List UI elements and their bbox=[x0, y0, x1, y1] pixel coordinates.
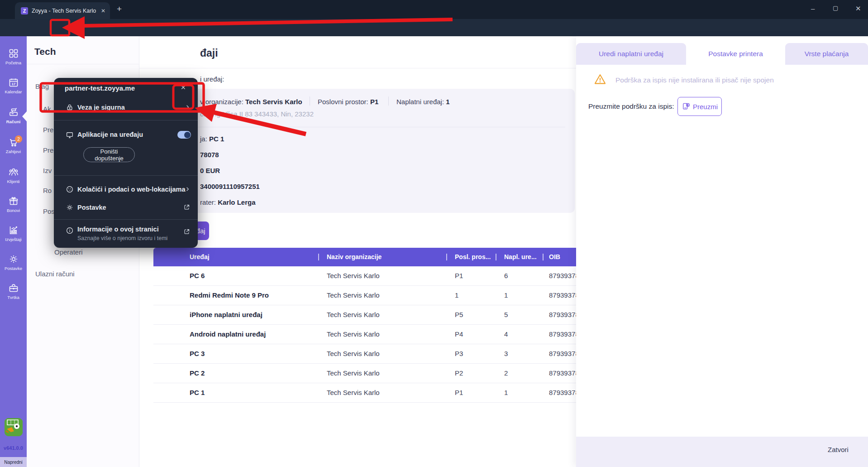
info-icon bbox=[66, 226, 74, 235]
table-row[interactable]: Android naplatni uređajTech Servis Karlo… bbox=[153, 325, 579, 344]
cookie-icon bbox=[66, 185, 74, 193]
download-button-label: Preuzmi bbox=[693, 103, 718, 111]
printer-settings-panel: Uredi naplatni uređaj Postavke printera … bbox=[576, 36, 868, 467]
browser-toolbar: ← → partner-test.zoyya.me/pwran/1752/cas… bbox=[0, 19, 868, 36]
detail-row: 3400091110957251 bbox=[200, 183, 260, 190]
close-panel-button[interactable]: Zatvori bbox=[828, 446, 849, 453]
space-label: Poslovni prostor: bbox=[318, 98, 368, 106]
table-row[interactable]: PC 1Tech Servis KarloP1187939378 bbox=[153, 383, 579, 403]
device-value: 1 bbox=[446, 98, 449, 106]
calendar-icon: 17 bbox=[8, 77, 19, 88]
sidebar-item-izvjestaji[interactable]: Izvještaji bbox=[0, 225, 27, 251]
tab-uredi-naplatni-uredaj[interactable]: Uredi naplatni uređaj bbox=[576, 43, 686, 65]
table-row[interactable]: Redmi Redmi Note 9 ProTech Servis Karlo1… bbox=[153, 286, 579, 305]
sidebar-item-bonovi[interactable]: Bonovi bbox=[0, 196, 27, 222]
popup-domain-title: partner-test.zoyya.me bbox=[65, 84, 135, 92]
sidebar-item-tvrtka[interactable]: Tvrtka bbox=[0, 283, 27, 309]
column-header-napl: Napl. ure... bbox=[504, 253, 537, 260]
nav-item-ulazni-racuni[interactable]: Ulazni računi bbox=[35, 270, 75, 278]
tab-close-icon[interactable]: ✕ bbox=[101, 8, 105, 14]
page-info-subtitle: Saznajte više o njenom izvoru i temi bbox=[77, 235, 167, 241]
connection-secure-row[interactable]: Veza je sigurna bbox=[77, 104, 125, 111]
window-minimize-button[interactable]: – bbox=[811, 5, 815, 12]
app-promo-tile[interactable] bbox=[5, 418, 23, 436]
sidebar-item-label: Izvještaji bbox=[5, 237, 21, 242]
tab-vrste-placanja[interactable]: Vrste plaćanja bbox=[785, 43, 868, 65]
detail-row: rater: Karlo Lerga bbox=[200, 198, 256, 206]
apps-on-device-toggle[interactable] bbox=[177, 131, 191, 139]
status-bubble: Napredni bbox=[0, 457, 27, 467]
site-info-popup: partner-test.zoyya.me ✕ Veza je sigurna … bbox=[54, 78, 198, 248]
table-row[interactable]: PC 6Tech Servis KarloP1687939378 bbox=[153, 266, 579, 286]
sidebar-item-klijenti[interactable]: Klijenti bbox=[0, 167, 27, 193]
sidebar-item-kalendar[interactable]: 17 Kalendar bbox=[0, 77, 27, 103]
nav-item-fragment[interactable]: Blag bbox=[35, 82, 49, 90]
table-row[interactable]: PC 2Tech Servis KarloP2287939378 bbox=[153, 364, 579, 383]
devices-table-header: Uređaj Naziv organizacije Posl. pros... … bbox=[153, 248, 579, 266]
nav-item-fragment[interactable]: Izv bbox=[43, 167, 52, 174]
tab-title: Zoyya - Tech Servis Karlo bbox=[32, 8, 97, 14]
company-title-fragment: Tech bbox=[34, 46, 56, 57]
nav-item-fragment[interactable]: Pre bbox=[43, 146, 53, 154]
sidebar-item-label: Zahtjevi bbox=[6, 149, 21, 154]
external-link-icon bbox=[183, 204, 190, 211]
download-support-button[interactable]: Preuzmi bbox=[677, 97, 722, 116]
nav-item-fragment[interactable]: Ro bbox=[43, 187, 52, 194]
revoke-permission-button[interactable]: Poništi dopuštenje bbox=[83, 147, 135, 162]
table-row[interactable]: PC 3Tech Servis KarloP3387939378 bbox=[153, 344, 579, 364]
tab-strip: Z Zoyya - Tech Servis Karlo ✕ + – ▢ ✕ bbox=[0, 0, 868, 19]
cash-register-icon bbox=[8, 107, 19, 118]
sidebar-item-zahtjevi[interactable]: Zahtjevi bbox=[0, 137, 27, 163]
space-value: P1 bbox=[370, 98, 378, 106]
svg-text:17: 17 bbox=[11, 82, 15, 86]
chevron-right-icon[interactable] bbox=[184, 186, 191, 193]
nav-item-fragment[interactable]: Pre bbox=[43, 126, 53, 134]
chevron-right-icon[interactable] bbox=[184, 104, 191, 111]
sidebar-item-label: Postavke bbox=[5, 266, 22, 271]
page-info-row[interactable]: Informacije o ovoj stranici bbox=[77, 226, 159, 233]
sidebar-item-label: Klijenti bbox=[7, 179, 20, 184]
app-sidebar: Početna 17 Kalendar Računi Zahtjevi Klij… bbox=[0, 36, 27, 467]
address-fragment: ca Lrig Ulica II 83 343433, Nin, 23232 bbox=[200, 110, 314, 118]
sidebar-item-label: Kalendar bbox=[5, 89, 22, 94]
apps-on-device-row[interactable]: Aplikacije na uređaju bbox=[77, 131, 143, 138]
zahtjevi-count-badge: 2 bbox=[15, 135, 22, 143]
download-support-label: Preuzmite podršku za ispis: bbox=[588, 102, 674, 111]
sidebar-item-pocetna[interactable]: Početna bbox=[0, 48, 27, 74]
printer-warning-text: Podrška za ispis nije instalirana ili pi… bbox=[615, 76, 774, 84]
report-chart-icon bbox=[8, 225, 19, 236]
window-maximize-button[interactable]: ▢ bbox=[833, 5, 838, 11]
lock-icon bbox=[66, 103, 74, 111]
favicon-zoyya-icon: Z bbox=[21, 7, 28, 14]
selected-device-label-fragment: i uređaj: bbox=[200, 75, 224, 83]
briefcase-icon bbox=[8, 283, 19, 294]
window-close-button[interactable]: ✕ bbox=[855, 5, 861, 13]
page-heading-fragment: đaji bbox=[200, 47, 218, 59]
settings-row[interactable]: Postavke bbox=[77, 204, 106, 211]
nav-item-operateri[interactable]: Operateri bbox=[54, 248, 83, 256]
panel-footer: Zatvori bbox=[576, 437, 868, 467]
gear-icon bbox=[8, 254, 19, 265]
detail-row: 0 EUR bbox=[200, 167, 220, 174]
active-item-notch bbox=[22, 111, 27, 121]
app-version: v641.0.0 bbox=[0, 445, 27, 451]
org-label-fragment: v organizacije: bbox=[200, 98, 243, 106]
business-space-row: Poslovni prostor: P1 bbox=[318, 98, 378, 106]
device-label: Naplatni uređaj: bbox=[396, 98, 444, 106]
browser-tab[interactable]: Z Zoyya - Tech Servis Karlo ✕ bbox=[15, 2, 110, 19]
warning-triangle-icon bbox=[594, 73, 606, 86]
clients-people-icon bbox=[8, 167, 19, 178]
sidebar-item-postavke[interactable]: Postavke bbox=[0, 254, 27, 280]
tab-postavke-printera[interactable]: Postavke printera bbox=[686, 43, 785, 65]
column-header-posl: Posl. pros... bbox=[455, 253, 491, 260]
soccer-game-icon bbox=[5, 418, 23, 436]
sidebar-item-label: Tvrtka bbox=[7, 295, 19, 300]
new-tab-button[interactable]: + bbox=[117, 4, 122, 14]
sidebar-item-label: Računi bbox=[6, 119, 21, 124]
device-info-card: v organizacije: Tech Servis Karlo Poslov… bbox=[153, 89, 575, 213]
nav-item-fragment[interactable]: Ak bbox=[43, 105, 51, 113]
table-row[interactable]: iPhone naplatni uređajTech Servis KarloP… bbox=[153, 305, 579, 325]
popup-close-icon[interactable]: ✕ bbox=[181, 84, 186, 91]
cookies-row[interactable]: Kolačići i podaci o web-lokacijama bbox=[77, 186, 186, 193]
org-row: v organizacije: Tech Servis Karlo bbox=[200, 98, 302, 106]
